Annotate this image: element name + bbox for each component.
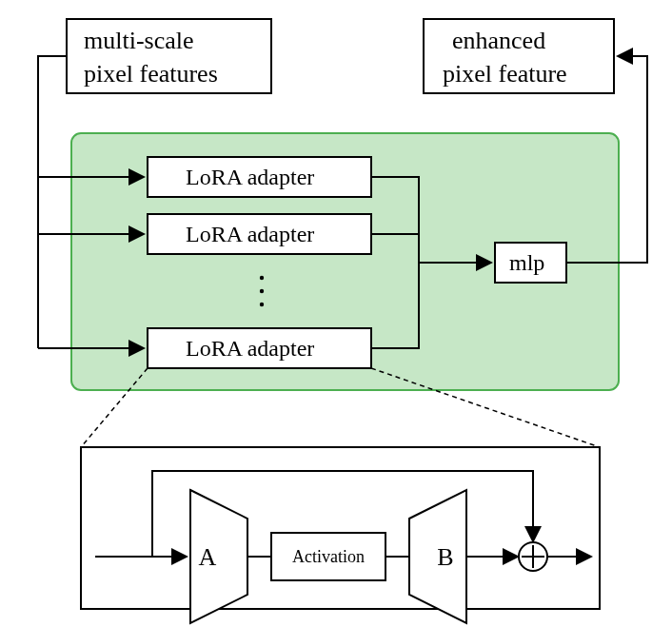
svg-point-6 [260,303,264,306]
label-A: A [199,543,217,571]
svg-point-5 [260,289,264,293]
sum-icon [519,542,547,571]
input-label-line1: multi-scale [84,27,194,54]
mlp-box: mlp [495,243,566,283]
output-label-line1: enhanced [452,27,545,54]
lora-adapter-2: LoRA adapter [148,214,371,254]
output-label-line2: pixel feature [443,60,567,88]
architecture-diagram: multi-scale pixel features enhanced pixe… [0,0,672,627]
mlp-label: mlp [509,250,544,275]
label-B: B [437,543,453,571]
lora-label-2: LoRA adapter [186,222,314,246]
lora-detail-box: A Activation B [81,447,600,623]
svg-point-4 [260,276,264,280]
lora-label-1: LoRA adapter [186,165,314,189]
output-box: enhanced pixel feature [424,19,614,93]
lora-adapter-3: LoRA adapter [148,328,371,368]
lora-label-3: LoRA adapter [186,336,314,361]
edge-input-trunk [38,56,67,348]
label-activation: Activation [292,547,365,566]
input-box: multi-scale pixel features [67,19,271,93]
input-label-line2: pixel features [84,60,218,88]
lora-adapter-1: LoRA adapter [148,157,371,197]
